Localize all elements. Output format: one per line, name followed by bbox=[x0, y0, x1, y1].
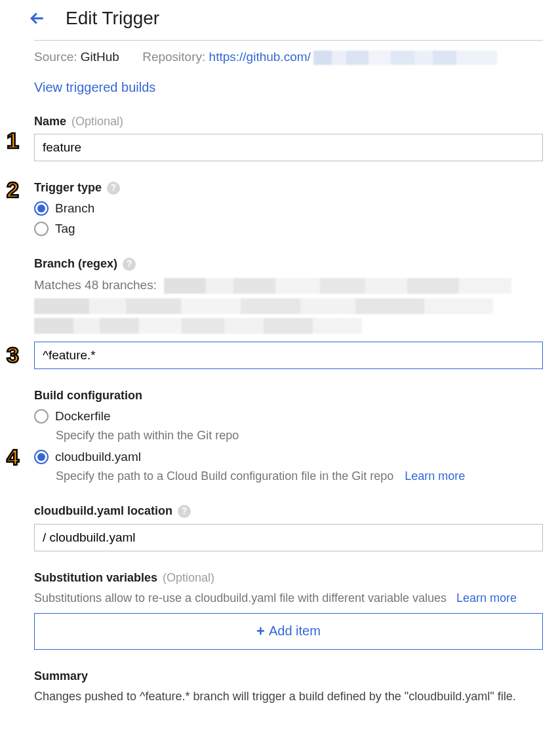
repo-label: Repository: bbox=[142, 50, 205, 64]
dockerfile-desc: Specify the path within the Git repo bbox=[56, 427, 543, 444]
name-input[interactable] bbox=[34, 134, 543, 161]
plus-icon: + bbox=[256, 623, 265, 640]
help-icon[interactable]: ? bbox=[107, 182, 120, 195]
help-icon[interactable]: ? bbox=[123, 258, 136, 271]
annotation-2: 2 bbox=[7, 174, 19, 206]
page-title: Edit Trigger bbox=[66, 5, 159, 31]
radio-unchecked-icon bbox=[34, 222, 49, 236]
radio-unchecked-icon bbox=[34, 409, 49, 424]
repo-link[interactable]: https://github.com/ bbox=[209, 50, 311, 64]
source-value: GitHub bbox=[81, 50, 119, 64]
radio-dockerfile[interactable]: Dockerfile bbox=[34, 408, 543, 426]
branch-regex-input[interactable] bbox=[34, 342, 543, 369]
redacted-branches bbox=[34, 318, 362, 334]
cloudbuild-desc: Specify the path to a Cloud Build config… bbox=[56, 468, 543, 485]
radio-cloudbuild[interactable]: cloudbuild.yaml bbox=[34, 448, 543, 466]
substitution-desc: Substitutions allow to re-use a cloudbui… bbox=[34, 590, 543, 606]
redacted-repo-path bbox=[313, 50, 497, 65]
learn-more-link[interactable]: Learn more bbox=[405, 469, 465, 483]
build-config-label: Build configuration bbox=[34, 387, 543, 404]
summary-label: Summary bbox=[34, 668, 543, 685]
radio-checked-icon bbox=[34, 450, 49, 464]
add-item-button[interactable]: + Add item bbox=[34, 613, 543, 650]
view-triggered-builds-link[interactable]: View triggered builds bbox=[34, 80, 155, 94]
substitution-label: Substitution variables (Optional) bbox=[34, 570, 543, 586]
summary-text: Changes pushed to ^feature.* branch will… bbox=[34, 688, 543, 705]
trigger-type-label: Trigger type ? bbox=[34, 180, 543, 196]
cloudbuild-location-label: cloudbuild.yaml location ? bbox=[34, 503, 543, 519]
back-arrow-icon[interactable] bbox=[28, 9, 47, 28]
help-icon[interactable]: ? bbox=[178, 505, 191, 518]
redacted-branches bbox=[34, 298, 493, 314]
source-line: Source: GitHub Repository: https://githu… bbox=[34, 40, 543, 71]
branch-regex-label: Branch (regex) ? bbox=[34, 256, 543, 272]
learn-more-link[interactable]: Learn more bbox=[456, 591, 517, 605]
radio-branch[interactable]: Branch bbox=[34, 200, 543, 218]
radio-checked-icon bbox=[34, 201, 49, 216]
name-label: Name (Optional) bbox=[34, 113, 543, 130]
radio-tag[interactable]: Tag bbox=[34, 220, 543, 238]
annotation-4: 4 bbox=[7, 442, 19, 473]
cloudbuild-location-input[interactable] bbox=[34, 524, 543, 551]
redacted-branches bbox=[164, 278, 511, 294]
annotation-1: 1 bbox=[7, 125, 19, 157]
source-label: Source: bbox=[34, 50, 77, 64]
annotation-3: 3 bbox=[7, 340, 19, 371]
matches-line: Matches 48 branches: bbox=[34, 277, 543, 294]
